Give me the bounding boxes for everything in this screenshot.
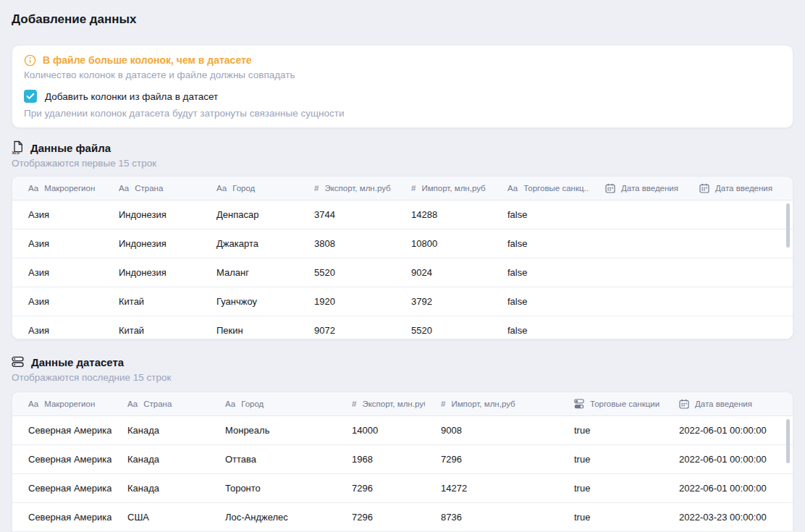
column-header-label: Город [232,184,255,193]
table-cell: 5520 [298,267,395,278]
table-row: Северная АмерикаКанадаОттава19687296true… [12,445,793,474]
column-header: АаГород [209,400,336,408]
table-cell: 8736 [425,512,558,523]
column-header-label: Торговые санкции [590,400,659,408]
text-type-icon: Аа [28,184,38,193]
table-cell: 9072 [298,325,395,336]
table-row: Северная АмерикаКанадаТоронто729614272tr… [12,474,793,503]
column-header-label: Город [241,400,264,408]
table-row: АзияИндонезияМаланг55209024false [12,258,793,287]
column-header: АаМакрорегион [12,400,111,408]
column-header: #Импорт, млн,руб [425,400,558,408]
table-cell: Гуанчжоу [201,296,298,307]
column-header-label: Дата введения [715,184,772,193]
column-header-label: Макрорегион [44,184,95,193]
file-data-table: АаМакрорегионАаСтранаАаГород#Экспорт, мл… [12,176,793,339]
table-cell: 2022-03-23 00:00:00 [663,512,793,523]
warning-subtitle: Количество колонок в датасете и файле до… [24,69,781,82]
table-cell: true [558,454,663,465]
column-header-label: Торговые санкц... [523,184,589,193]
column-header: Торговые санкции [558,399,663,409]
table-cell: Пекин [201,325,298,336]
column-header-label: Экспорт, млн.руб [324,184,390,193]
table-cell: false [492,209,589,220]
table-cell: 7296 [425,454,558,465]
table-cell: true [558,425,663,436]
table-cell: false [492,238,589,249]
table-row: АзияКитайПекин90725520false [12,316,793,339]
svg-text:XLS: XLS [12,151,20,155]
add-columns-checkbox[interactable] [24,90,37,103]
table-cell: 10800 [395,238,492,249]
dataset-table: АаМакрорегионАаСтранаАаГород#Экспорт, мл… [12,392,793,532]
table-cell: Северная Америка [12,454,111,465]
table-cell: Денпасар [201,209,298,220]
table-cell: Северная Америка [12,425,111,436]
table-row: Северная АмерикаСШАЛос-Анджелес72968736t… [12,503,793,532]
column-header: Дата введения [589,183,683,193]
column-header-label: Страна [135,184,163,193]
table-cell: Джакарта [201,238,298,249]
table-cell: 2022-06-01 00:00:00 [663,425,793,436]
table-cell: 1968 [336,454,425,465]
table-cell: false [492,325,589,336]
table-cell: Индонезия [103,209,201,220]
calendar-type-icon [679,399,689,409]
checkbox-row: Добавить колонки из файла в датасет [24,89,781,104]
table-cell: Индонезия [103,267,201,278]
table-cell: Канада [111,425,209,436]
column-header: #Экспорт, млн.руб [298,184,395,193]
table-cell: false [492,296,589,307]
dataset-table-body: Северная АмерикаКанадаМонреаль140009008t… [12,416,793,532]
table-cell: Канада [111,454,209,465]
table-cell: Северная Америка [12,483,111,494]
table-cell: 3808 [298,238,395,249]
dataset-subtitle: Отображаются последние 15 строк [12,371,793,384]
table-cell: 3744 [298,209,395,220]
table-cell: 3792 [395,296,492,307]
table-row: АзияКитайГуанчжоу19203792false [12,287,793,316]
table-cell: 2022-06-01 00:00:00 [663,483,793,494]
table-cell: 9024 [395,267,492,278]
table-cell: 2022-06-01 00:00:00 [663,454,793,465]
file-data-section-header: XLS Данные файла [12,140,793,156]
calendar-type-icon [699,183,709,193]
file-table-body: АзияИндонезияДенпасар374414288falseАзияИ… [12,200,793,339]
table-cell: Индонезия [103,238,201,249]
dataset-title: Данные датасета [31,356,124,368]
table-row: АзияИндонезияДжакарта380810800false [12,229,793,258]
column-header: АаСтрана [111,400,209,408]
vertical-scrollbar[interactable] [786,203,790,248]
table-cell: Азия [12,209,103,220]
boolean-type-icon [574,399,584,409]
column-header-label: Дата введения [695,400,752,408]
table-cell: 1920 [298,296,395,307]
table-cell: 14288 [395,209,492,220]
table-cell: Лос-Анджелес [209,512,336,523]
table-cell: Азия [12,267,103,278]
table-cell: Торонто [209,483,336,494]
column-header-label: Импорт, млн,руб [421,184,485,193]
column-header: #Импорт, млн,руб [395,184,492,193]
table-cell: 14272 [425,483,558,494]
table-cell: Оттава [209,454,336,465]
number-type-icon: # [411,184,416,193]
table-row: Северная АмерикаКанадаМонреаль140009008t… [12,416,793,445]
checkbox-label: Добавить колонки из файла в датасет [45,91,218,102]
file-table-header-row: АаМакрорегионАаСтранаАаГород#Экспорт, мл… [12,177,793,200]
dataset-table-header-row: АаМакрорегионАаСтранаАаГород#Экспорт, мл… [12,392,793,416]
column-header: АаСтрана [103,184,201,193]
checkmark-icon [26,93,35,100]
column-header-label: Страна [143,400,172,408]
warning-card: В файле больше колонок, чем в датасете К… [12,45,793,128]
table-cell: 7296 [336,483,425,494]
table-cell: Азия [12,296,103,307]
dataset-section-header: Данные датасета [12,354,793,370]
vertical-scrollbar[interactable] [786,419,790,463]
column-header: АаМакрорегион [12,184,103,193]
text-type-icon: Аа [28,400,38,408]
column-header-label: Дата введения [621,184,678,193]
table-cell: 7296 [336,512,425,523]
table-cell: Канада [111,483,209,494]
table-cell: 5520 [395,325,492,336]
